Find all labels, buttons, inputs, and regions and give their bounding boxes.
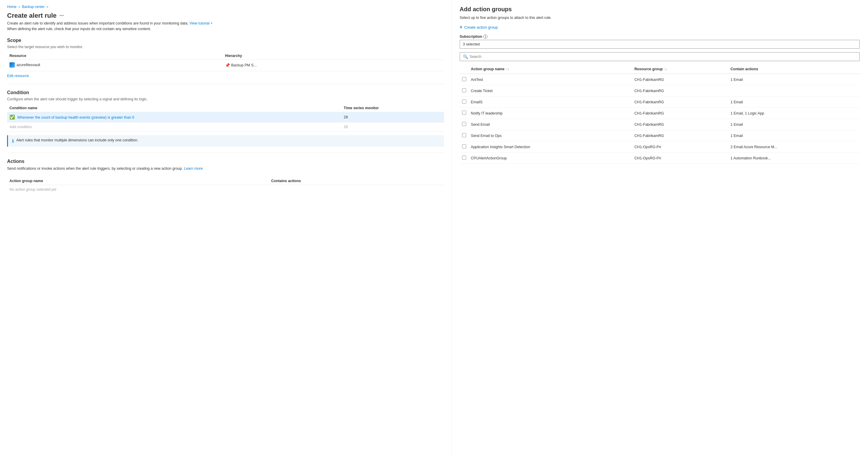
col-contain-actions: Contain actions xyxy=(728,65,860,74)
rg-name-cell: CH1-FabrikamRG xyxy=(632,85,728,97)
info-icon: ℹ xyxy=(12,138,14,144)
row-checkbox[interactable] xyxy=(462,99,466,104)
search-icon: 🔍 xyxy=(463,54,468,59)
row-checkbox[interactable] xyxy=(462,144,466,149)
col-contains-actions: Contains actions xyxy=(269,177,444,185)
create-action-group-button[interactable]: + Create action group xyxy=(460,25,498,30)
condition-check-icon: ✅ xyxy=(9,115,15,120)
row-checkbox[interactable] xyxy=(462,133,466,137)
ag-name-cell: CPUAlertActionGroup xyxy=(469,153,632,164)
scope-subtitle: Select the target resource you wish to m… xyxy=(7,45,444,49)
condition-name-link[interactable]: Whenever the count of backup health even… xyxy=(17,116,134,120)
list-item[interactable]: EmailS CH1-FabrikamRG 1 Email xyxy=(460,97,860,108)
row-checkbox-cell xyxy=(460,141,469,153)
row-checkbox[interactable] xyxy=(462,88,466,92)
contain-actions-cell: 1 Email xyxy=(728,74,860,85)
ag-name-sort-icon[interactable]: ↑↓ xyxy=(506,68,509,71)
panel-title: Add action groups xyxy=(460,6,860,13)
row-checkbox[interactable] xyxy=(462,111,466,115)
row-checkbox[interactable] xyxy=(462,122,466,126)
col-action-group-name: Action group name xyxy=(7,177,269,185)
row-checkbox-cell xyxy=(460,108,469,119)
ag-name-cell: Create Ticket xyxy=(469,85,632,97)
contain-actions-cell: 1 Automation Runbook... xyxy=(728,153,860,164)
resource-name: azurefilesvault xyxy=(7,60,223,71)
list-item[interactable]: AniTest CH1-FabrikamRG 1 Email xyxy=(460,74,860,85)
actions-title: Actions xyxy=(7,159,444,164)
contain-actions-cell: 2 Email Azure Resource M... xyxy=(728,141,860,153)
list-item[interactable]: Notify IT leadership CH1-FabrikamRG 1 Em… xyxy=(460,108,860,119)
info-box: ℹ Alert rules that monitor multiple dime… xyxy=(7,135,444,147)
ag-name-cell: Send Email xyxy=(469,119,632,130)
add-condition-row[interactable]: Add condition 28 xyxy=(7,122,444,131)
scope-title: Scope xyxy=(7,38,444,43)
ag-name-cell: Send Email to Ops xyxy=(469,130,632,141)
search-box[interactable]: 🔍 xyxy=(460,52,860,61)
right-panel: Add action groups Select up to five acti… xyxy=(452,0,868,456)
contain-actions-cell: 1 Email xyxy=(728,97,860,108)
panel-description: Select up to five action groups to attac… xyxy=(460,15,860,20)
section-divider-2 xyxy=(7,153,444,153)
page-title: Create alert rule xyxy=(7,12,57,20)
breadcrumb: Home > Backup center > xyxy=(7,5,444,9)
list-item[interactable]: CPUAlertActionGroup CH1-OpsRG-Pri 1 Auto… xyxy=(460,153,860,164)
hierarchy-pin-icon: 📌 xyxy=(225,63,230,68)
description: Create an alert rule to identify and add… xyxy=(7,21,444,32)
table-row: ✅ Whenever the count of backup health ev… xyxy=(7,112,444,122)
vault-icon xyxy=(9,62,15,68)
view-tutorial-link[interactable]: View tutorial + xyxy=(190,21,213,25)
list-item[interactable]: Create Ticket CH1-FabrikamRG xyxy=(460,85,860,97)
actions-subtitle: Send notifications or invoke actions whe… xyxy=(7,166,444,171)
rg-name-cell: CH1-FabrikamRG xyxy=(632,130,728,141)
ag-name-cell: Notify IT leadership xyxy=(469,108,632,119)
col-hierarchy: Hierarchy xyxy=(223,52,444,60)
edit-resource-link[interactable]: Edit resource xyxy=(7,74,29,78)
col-time-series: Time series monitor xyxy=(341,104,444,112)
table-row: azurefilesvault 📌 Backup PM S... xyxy=(7,60,444,71)
contain-actions-cell: 1 Email xyxy=(728,119,860,130)
rg-name-cell: CH1-FabrikamRG xyxy=(632,108,728,119)
col-ag-name: Action group name ↑↓ xyxy=(469,65,632,74)
add-condition-monitor: 28 xyxy=(341,122,444,131)
resource-table: Resource Hierarchy azurefilesvault 📌 Bac… xyxy=(7,52,444,71)
info-text: Alert rules that monitor multiple dimens… xyxy=(16,138,138,142)
rg-sort-icon[interactable]: ↑↓ xyxy=(664,68,667,71)
contain-actions-cell: 1 Email, 1 Logic App xyxy=(728,108,860,119)
breadcrumb-home[interactable]: Home xyxy=(7,5,17,9)
col-condition-name: Condition name xyxy=(7,104,341,112)
no-action-selected: No action group selected yet xyxy=(7,185,269,194)
list-item[interactable]: Send Email to Ops CH1-FabrikamRG 1 Email xyxy=(460,130,860,141)
more-options-button[interactable]: ··· xyxy=(60,13,64,19)
row-checkbox-cell xyxy=(460,74,469,85)
condition-title: Condition xyxy=(7,90,444,95)
row-checkbox-cell xyxy=(460,97,469,108)
col-rg-name: Resource group ↑↓ xyxy=(632,65,728,74)
breadcrumb-backup-center[interactable]: Backup center xyxy=(22,5,44,9)
add-condition-text: Add condition xyxy=(7,122,341,131)
contain-actions-cell xyxy=(728,85,860,97)
row-checkbox-cell xyxy=(460,85,469,97)
row-checkbox-cell xyxy=(460,130,469,141)
left-panel: Home > Backup center > Create alert rule… xyxy=(0,0,452,456)
learn-more-link[interactable]: Learn more xyxy=(184,166,203,171)
rg-name-cell: CH1-OpsRG-Pri xyxy=(632,153,728,164)
rg-name-cell: CH1-FabrikamRG xyxy=(632,74,728,85)
row-checkbox[interactable] xyxy=(462,156,466,160)
subscription-info-icon[interactable]: i xyxy=(483,35,488,39)
action-groups-table: Action group name ↑↓ Resource group ↑↓ C… xyxy=(460,65,860,164)
resource-hierarchy: 📌 Backup PM S... xyxy=(223,60,444,71)
condition-monitor-cell: 28 xyxy=(341,112,444,122)
rg-name-cell: CH1-FabrikamRG xyxy=(632,97,728,108)
list-item[interactable]: Send Email CH1-FabrikamRG 1 Email xyxy=(460,119,860,130)
resource-name-text: azurefilesvault xyxy=(17,63,40,67)
breadcrumb-sep1: > xyxy=(18,5,20,8)
rg-name-cell: CH1-FabrikamRG xyxy=(632,119,728,130)
search-input[interactable] xyxy=(470,55,857,59)
subscription-dropdown[interactable]: 3 selected xyxy=(460,40,860,49)
ag-name-cell: EmailS xyxy=(469,97,632,108)
hierarchy-text: Backup PM S... xyxy=(231,63,256,67)
page-title-row: Create alert rule ··· xyxy=(7,12,444,20)
contain-actions-cell: 1 Email xyxy=(728,130,860,141)
row-checkbox[interactable] xyxy=(462,77,466,81)
list-item[interactable]: Application Insights Smart Detection CH1… xyxy=(460,141,860,153)
